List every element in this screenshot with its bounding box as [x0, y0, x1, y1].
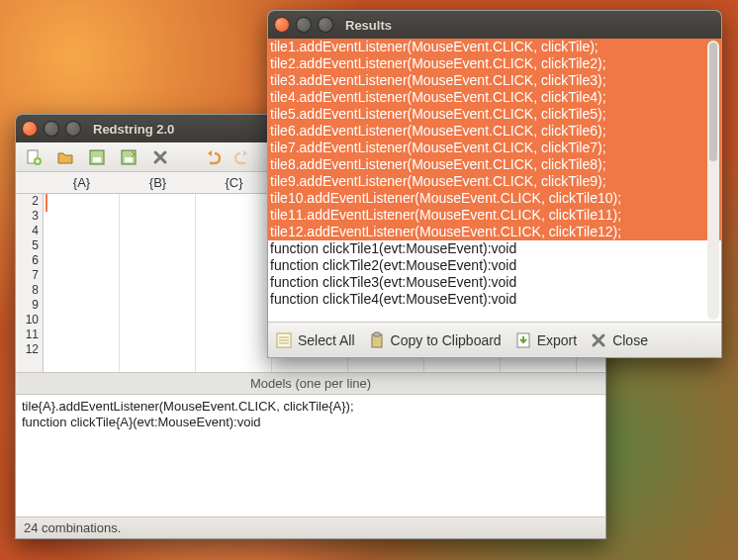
select-all-icon [274, 330, 294, 350]
row-number: 3 [16, 209, 39, 224]
window-minimize-icon[interactable] [296, 17, 312, 33]
select-all-button[interactable]: Select All [274, 330, 355, 350]
window-close-icon[interactable] [274, 17, 290, 33]
new-file-icon[interactable] [24, 147, 44, 167]
copy-clipboard-button[interactable]: Copy to Clipboard [367, 330, 502, 350]
text-caret [46, 194, 47, 212]
grid-column-b[interactable] [120, 194, 196, 372]
svg-rect-8 [374, 332, 380, 336]
results-titlebar[interactable]: Results [268, 11, 721, 39]
models-textarea[interactable]: tile{A}.addEventListener(MouseEvent.CLIC… [16, 395, 605, 516]
row-number: 11 [16, 327, 39, 342]
results-scrollbar[interactable] [707, 41, 719, 320]
result-line[interactable]: tile11.addEventListener(MouseEvent.CLICK… [268, 207, 721, 224]
result-line[interactable]: tile4.addEventListener(MouseEvent.CLICK,… [268, 89, 721, 106]
scrollbar-thumb[interactable] [709, 43, 717, 161]
result-line[interactable]: function clickTile2(evt:MouseEvent):void [268, 257, 721, 274]
close-button[interactable]: Close [589, 330, 648, 350]
result-line[interactable]: tile7.addEventListener(MouseEvent.CLICK,… [268, 140, 721, 156]
result-line[interactable]: tile6.addEventListener(MouseEvent.CLICK,… [268, 123, 721, 140]
results-text-area[interactable]: tile1.addEventListener(MouseEvent.CLICK,… [268, 39, 721, 322]
window-maximize-icon[interactable] [65, 121, 81, 137]
row-number: 8 [16, 283, 39, 298]
result-line[interactable]: tile5.addEventListener(MouseEvent.CLICK,… [268, 106, 721, 123]
result-line[interactable]: tile9.addEventListener(MouseEvent.CLICK,… [268, 173, 721, 190]
row-number: 12 [16, 342, 39, 357]
column-header-c[interactable]: {C} [196, 172, 272, 193]
result-line[interactable]: tile1.addEventListener(MouseEvent.CLICK,… [268, 39, 721, 55]
window-close-icon[interactable] [22, 121, 38, 137]
window-minimize-icon[interactable] [44, 121, 59, 137]
result-line[interactable]: function clickTile4(evt:MouseEvent):void [268, 291, 721, 308]
close-label: Close [612, 332, 648, 348]
save-file-icon[interactable] [87, 147, 107, 167]
result-line[interactable]: tile12.addEventListener(MouseEvent.CLICK… [268, 224, 721, 240]
open-file-icon[interactable] [55, 147, 75, 167]
row-number: 2 [16, 194, 39, 209]
models-section-label: Models (one per line) [16, 372, 605, 395]
export-label: Export [537, 332, 577, 348]
copy-clipboard-label: Copy to Clipboard [391, 332, 502, 348]
window-maximize-icon[interactable] [318, 17, 333, 33]
statusbar: 24 combinations. [16, 516, 605, 538]
row-number: 7 [16, 268, 39, 283]
result-line[interactable]: function clickTile3(evt:MouseEvent):void [268, 274, 721, 291]
result-line[interactable]: tile8.addEventListener(MouseEvent.CLICK,… [268, 156, 721, 173]
select-all-label: Select All [298, 332, 355, 348]
row-number-gutter: 23456789101112 [16, 194, 44, 372]
results-window: Results tile1.addEventListener(MouseEven… [267, 10, 722, 358]
svg-rect-5 [125, 157, 133, 162]
svg-rect-3 [93, 157, 101, 162]
result-line[interactable]: tile2.addEventListener(MouseEvent.CLICK,… [268, 55, 721, 72]
grid-column-a[interactable] [44, 194, 120, 372]
row-number: 10 [16, 313, 39, 327]
delete-icon[interactable] [150, 147, 170, 167]
undo-icon[interactable] [202, 147, 222, 167]
close-icon [589, 330, 608, 350]
result-line[interactable]: function clickTile1(evt:MouseEvent):void [268, 240, 721, 257]
row-number: 6 [16, 253, 39, 268]
results-toolbar: Select All Copy to Clipboard Export Clos… [268, 322, 721, 357]
row-number: 9 [16, 298, 39, 313]
status-text: 24 combinations. [24, 520, 121, 535]
column-header-b[interactable]: {B} [120, 172, 196, 193]
row-number: 4 [16, 224, 39, 238]
result-line[interactable]: tile10.addEventListener(MouseEvent.CLICK… [268, 190, 721, 207]
redo-icon[interactable] [233, 147, 253, 167]
grid-column-c[interactable] [196, 194, 272, 372]
results-title: Results [345, 18, 392, 33]
result-line[interactable]: tile3.addEventListener(MouseEvent.CLICK,… [268, 72, 721, 89]
column-header-a[interactable]: {A} [44, 172, 120, 193]
save-as-icon[interactable] [119, 147, 138, 167]
row-number: 5 [16, 238, 39, 253]
redstring-title: Redstring 2.0 [93, 122, 174, 137]
export-icon [513, 330, 533, 350]
clipboard-icon [367, 330, 387, 350]
export-button[interactable]: Export [513, 330, 577, 350]
